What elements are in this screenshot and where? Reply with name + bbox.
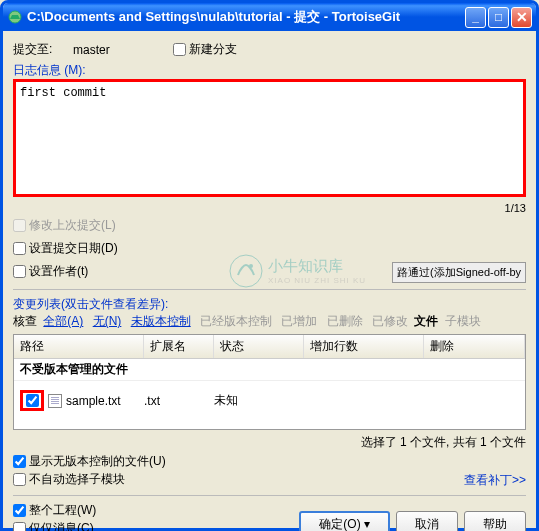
filter-none[interactable]: 无(N) [93, 314, 122, 328]
maximize-button[interactable]: □ [488, 7, 509, 28]
log-section-label: 日志信息 (M): [13, 62, 526, 79]
show-unversioned-checkbox[interactable]: 显示无版本控制的文件(U) [13, 453, 166, 470]
file-status: 未知 [214, 392, 304, 409]
whole-project-checkbox[interactable]: 整个工程(W) [13, 502, 96, 519]
msg-only-checkbox[interactable]: 仅仅消息(C) [13, 520, 94, 531]
close-button[interactable]: ✕ [511, 7, 532, 28]
titlebar[interactable]: C:\Documents and Settings\nulab\tutorial… [3, 3, 536, 31]
file-ext: .txt [144, 394, 214, 408]
col-ext[interactable]: 扩展名 [144, 335, 214, 358]
col-status[interactable]: 状态 [214, 335, 304, 358]
view-patch-link[interactable]: 查看补丁>> [464, 472, 526, 489]
selection-status: 选择了 1 个文件, 共有 1 个文件 [13, 434, 526, 451]
commit-message-input[interactable] [13, 79, 526, 197]
col-path[interactable]: 路径 [14, 335, 144, 358]
col-del[interactable]: 删除 [424, 335, 525, 358]
filter-unversioned[interactable]: 未版本控制 [131, 314, 191, 328]
changes-section-label: 变更列表(双击文件查看差异): [13, 296, 526, 313]
minimize-button[interactable]: _ [465, 7, 486, 28]
filter-added: 已增加 [281, 314, 317, 328]
col-add[interactable]: 增加行数 [304, 335, 424, 358]
help-button[interactable]: 帮助 [464, 511, 526, 531]
filter-row: 核查 全部(A) 无(N) 未版本控制 已经版本控制 已增加 已删除 已修改 文… [13, 313, 526, 330]
commit-to-label: 提交至: [13, 41, 73, 58]
file-checkbox[interactable] [26, 394, 39, 407]
file-table: 路径 扩展名 状态 增加行数 删除 不受版本管理的文件 sample.txt .… [13, 334, 526, 430]
filter-deleted: 已删除 [327, 314, 363, 328]
group-unmanaged: 不受版本管理的文件 [14, 359, 525, 381]
file-name: sample.txt [66, 394, 121, 408]
table-row[interactable]: sample.txt .txt 未知 [14, 387, 525, 414]
filter-files[interactable]: 文件 [414, 314, 438, 328]
window-title: C:\Documents and Settings\nulab\tutorial… [27, 8, 465, 26]
new-branch-checkbox[interactable]: 新建分支 [173, 41, 237, 58]
set-date-checkbox[interactable]: 设置提交日期(D) [13, 240, 118, 257]
ok-button[interactable]: 确定(O) ▾ [299, 511, 390, 531]
commit-branch: master [73, 43, 173, 57]
no-auto-submod-checkbox[interactable]: 不自动选择子模块 [13, 471, 125, 488]
cancel-button[interactable]: 取消 [396, 511, 458, 531]
signed-off-button[interactable]: 路通过(添加Signed-off-by [392, 262, 526, 283]
filter-versioned: 已经版本控制 [200, 314, 272, 328]
filter-submod: 子模块 [445, 314, 481, 328]
amend-checkbox[interactable]: 修改上次提交(L) [13, 217, 116, 234]
app-icon [7, 9, 23, 25]
filter-all[interactable]: 全部(A) [43, 314, 83, 328]
file-icon [48, 394, 62, 408]
char-counter: 1/13 [13, 202, 526, 214]
filter-modified: 已修改 [372, 314, 408, 328]
set-author-checkbox[interactable]: 设置作者(t) [13, 263, 88, 280]
